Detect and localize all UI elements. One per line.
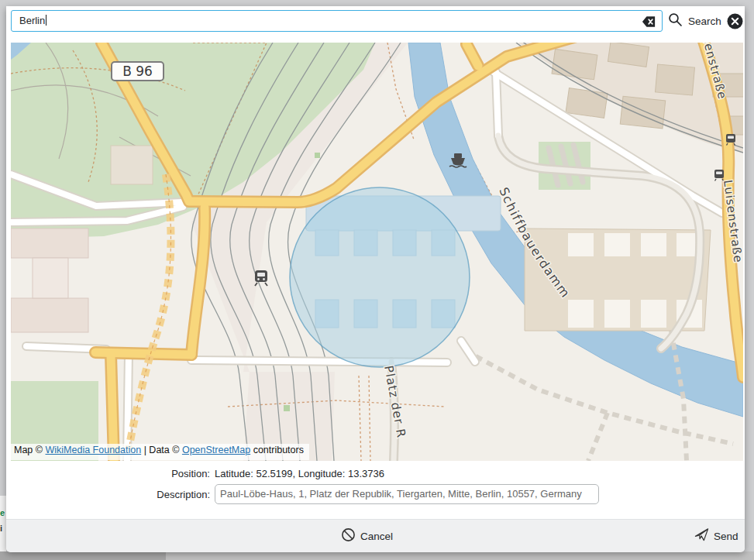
send-icon bbox=[694, 527, 709, 545]
location-picker-dialog: Berlin Search bbox=[6, 6, 745, 551]
map-view[interactable]: Schiffbauerdamm Luisenstraße Luisenstraß… bbox=[11, 43, 743, 461]
clear-text-icon[interactable] bbox=[642, 15, 656, 29]
description-input[interactable]: Paul-Löbe-Haus, 1, Platz der Republik, T… bbox=[215, 484, 599, 504]
building-in-park bbox=[111, 146, 153, 184]
map-attribution: Map © WikiMedia Foundation | Data © Open… bbox=[11, 444, 309, 460]
road-badge: B 96 bbox=[112, 62, 164, 81]
svg-text:B 96: B 96 bbox=[122, 64, 153, 79]
position-value: Latitude: 52.5199, Longitude: 13.3736 bbox=[215, 468, 384, 479]
position-label: Position: bbox=[117, 468, 210, 479]
description-label: Description: bbox=[117, 489, 210, 500]
background-window-sidebar bbox=[0, 551, 166, 560]
selected-location-circle bbox=[290, 187, 470, 367]
search-button[interactable]: Search bbox=[668, 12, 721, 30]
close-dialog-button[interactable] bbox=[727, 13, 743, 29]
map-canvas: Schiffbauerdamm Luisenstraße Luisenstraß… bbox=[11, 43, 743, 461]
footer-bar: Cancel Send bbox=[6, 519, 745, 552]
search-icon bbox=[668, 12, 683, 29]
search-input[interactable]: Berlin bbox=[11, 10, 663, 32]
background-text-fragment: i bbox=[0, 524, 5, 534]
cancel-button-label: Cancel bbox=[360, 531, 393, 542]
text-caret bbox=[46, 15, 46, 26]
close-icon bbox=[727, 20, 743, 32]
openstreetmap-link[interactable]: OpenStreetMap bbox=[182, 445, 250, 455]
attribution-text: Map © bbox=[14, 445, 45, 455]
attribution-text: | Data © bbox=[141, 445, 182, 455]
background-text-fragment: e bbox=[0, 508, 5, 518]
send-button-label: Send bbox=[714, 531, 739, 542]
cancel-icon bbox=[341, 527, 356, 545]
wikimedia-link[interactable]: WikiMedia Foundation bbox=[45, 445, 141, 455]
send-button[interactable]: Send bbox=[691, 526, 742, 546]
search-input-value: Berlin bbox=[19, 15, 45, 26]
screen: e i Berlin Search bbox=[0, 0, 754, 560]
attribution-text: contributors bbox=[250, 445, 304, 455]
cancel-button[interactable]: Cancel bbox=[338, 526, 396, 546]
search-button-label: Search bbox=[688, 15, 721, 27]
